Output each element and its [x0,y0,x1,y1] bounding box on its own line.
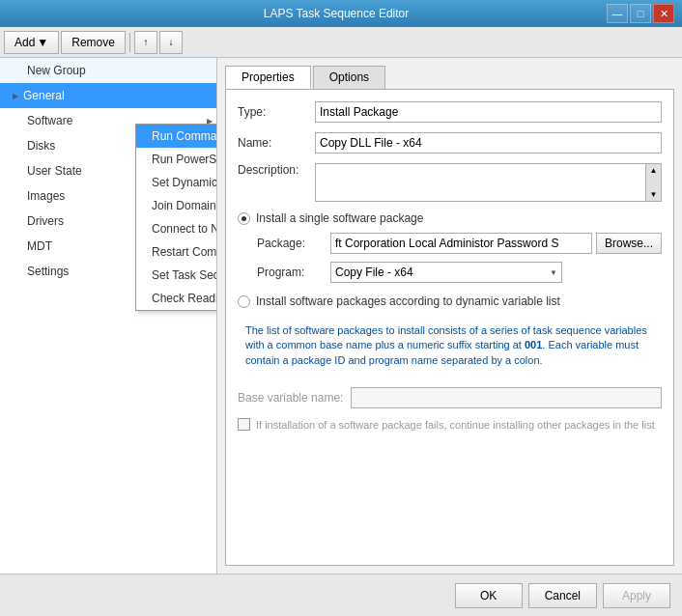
right-panel: Properties Options Type: Install Package [217,58,682,574]
expand-icon: ▶ [8,92,23,100]
install-single-label: Install a single software package [256,211,423,225]
radio-install-dynamic[interactable]: Install software packages according to d… [238,294,662,308]
tab-content-properties: Type: Install Package Name: Description: [225,89,674,566]
type-value: Install Package [315,101,662,123]
bottom-bar: OK Cancel Apply [0,574,682,616]
browse-button[interactable]: Browse... [596,233,662,254]
program-label: Program: [257,266,325,279]
tab-options[interactable]: Options [313,66,385,89]
info-text: The list of software packages to install… [238,316,662,376]
move-down-button[interactable]: ↓ [159,31,183,54]
tree-item-new-group[interactable]: New Group [0,58,216,83]
menu-item-set-dynamic-variables[interactable]: Set Dynamic Variables [136,171,217,194]
base-var-label: Base variable name: [238,391,343,405]
remove-button[interactable]: Remove [61,31,126,54]
base-variable-row: Base variable name: [238,387,662,408]
minimize-button[interactable]: — [607,4,628,23]
program-row: Program: Copy File - x64 ▼ [257,262,662,283]
menu-item-set-task-sequence-variable[interactable]: Set Task Sequence Variable [136,264,217,287]
description-row: Description: ▲ ▼ [238,163,662,202]
checkbox-continue-install: If installation of a software package fa… [238,418,662,431]
close-button[interactable]: ✕ [653,4,674,23]
ok-button[interactable]: OK [455,583,523,608]
combo-arrow-icon: ▼ [550,268,557,277]
move-up-icon: ↑ [143,37,148,47]
tab-properties[interactable]: Properties [225,66,311,89]
menu-item-run-command-line[interactable]: Run Command Line [136,125,217,148]
apply-button[interactable]: Apply [603,583,670,608]
name-row: Name: [238,132,662,154]
install-dynamic-label: Install software packages according to d… [256,294,560,308]
tree-item-general[interactable]: ▶ General [0,83,216,108]
menu-item-restart-computer[interactable]: Restart Computer [136,240,217,264]
program-combo[interactable]: Copy File - x64 ▼ [330,262,562,283]
radio-button-single[interactable] [238,212,250,225]
description-label: Description: [238,163,315,177]
new-group-label: New Group [27,64,216,77]
base-var-input [351,387,662,408]
general-label: General [23,89,216,102]
description-field[interactable]: ▲ ▼ [315,163,662,202]
toolbar: Add ▼ Remove ↑ ↓ [0,27,682,58]
content-area: New Group ▶ General Software ▶ Disks ▶ U… [0,58,682,574]
add-label: Add [14,36,35,49]
cancel-button[interactable]: Cancel [528,583,597,608]
window-title: LAPS Task Sequence Editor [66,7,607,20]
menu-item-run-powershell[interactable]: Run PowerShell Script [136,148,217,171]
scroll-down-icon: ▼ [650,190,658,199]
tab-bar: Properties Options [225,66,674,89]
left-panel: New Group ▶ General Software ▶ Disks ▶ U… [0,58,217,574]
checkbox-icon [238,418,250,431]
package-row: Package: ft Corporation Local Administor… [257,233,662,254]
type-row: Type: Install Package [238,101,662,123]
toolbar-separator [129,33,130,52]
move-up-button[interactable]: ↑ [134,31,157,54]
maximize-button[interactable]: □ [630,4,651,23]
add-dropdown-arrow: ▼ [37,36,48,49]
name-input[interactable] [315,132,662,154]
add-button[interactable]: Add ▼ [4,31,59,54]
package-field: ft Corporation Local Administor Password… [330,233,592,254]
menu-item-check-readiness[interactable]: Check Readiness [136,287,217,310]
general-dropdown-menu: Run Command Line Run PowerShell Script S… [135,124,217,311]
menu-item-connect-network[interactable]: Connect to Network Folder [136,217,217,240]
checkbox-label: If installation of a software package fa… [256,419,655,431]
window-controls: — □ ✕ [607,4,674,23]
menu-item-join-domain[interactable]: Join Domain or Workgroup [136,194,217,217]
main-container: Add ▼ Remove ↑ ↓ New Group ▶ General [0,27,682,616]
package-label: Package: [257,237,325,250]
scroll-up-icon: ▲ [650,166,658,175]
radio-install-single[interactable]: Install a single software package [238,211,662,225]
move-down-icon: ↓ [168,37,173,47]
title-bar: LAPS Task Sequence Editor — □ ✕ [0,0,682,27]
scroll-controls: ▲ ▼ [645,164,661,201]
name-label: Name: [238,136,315,150]
type-label: Type: [238,105,315,119]
radio-button-dynamic[interactable] [238,295,250,308]
